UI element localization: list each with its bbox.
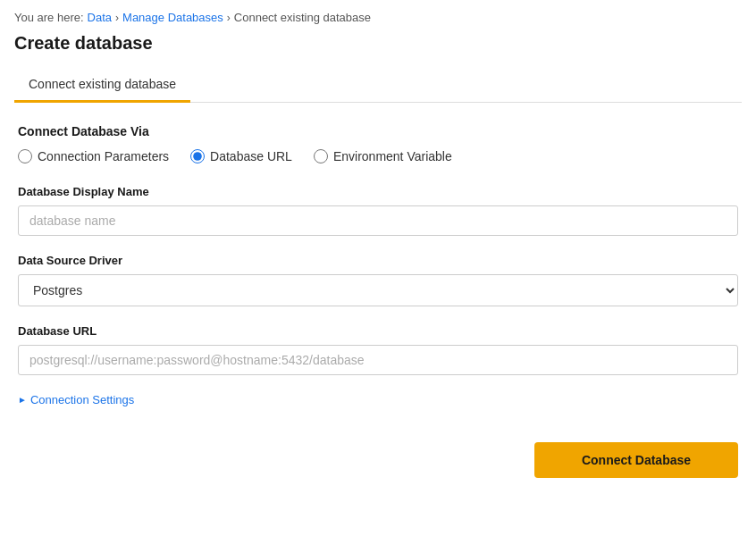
radio-database-url[interactable]: Database URL — [190, 149, 292, 163]
radio-group: Connection Parameters Database URL Envir… — [18, 149, 738, 163]
page-title: Create database — [14, 33, 742, 54]
connection-settings-label: Connection Settings — [30, 393, 134, 406]
breadcrumb: You are here: Data › Manage Databases › … — [14, 11, 742, 24]
radio-env-input[interactable] — [314, 149, 328, 163]
radio-connection-params[interactable]: Connection Parameters — [18, 149, 169, 163]
breadcrumb-sep-2: › — [227, 12, 231, 24]
url-label: Database URL — [18, 324, 738, 338]
connect-database-button[interactable]: Connect Database — [534, 442, 738, 478]
page-container: You are here: Data › Manage Databases › … — [0, 0, 756, 496]
url-input[interactable] — [18, 345, 738, 375]
url-field: Database URL — [18, 324, 738, 375]
breadcrumb-manage-link[interactable]: Manage Databases — [122, 11, 223, 24]
radio-env-variable[interactable]: Environment Variable — [314, 149, 452, 163]
radio-url-input[interactable] — [190, 149, 205, 163]
tabs-container: Connect existing database — [14, 68, 742, 103]
breadcrumb-current: Connect existing database — [234, 11, 371, 24]
display-name-label: Database Display Name — [18, 185, 738, 198]
connect-via-label: Connect Database Via — [18, 124, 738, 138]
breadcrumb-data-link[interactable]: Data — [88, 11, 112, 24]
connection-settings-toggle[interactable]: ► Connection Settings — [18, 393, 738, 406]
display-name-field: Database Display Name — [18, 185, 738, 236]
chevron-right-icon: ► — [18, 395, 27, 405]
driver-select[interactable]: Postgres MySQL SQLite MSSQL BigQuery — [18, 274, 738, 306]
breadcrumb-prefix: You are here: — [14, 11, 84, 24]
display-name-input[interactable] — [18, 205, 738, 236]
driver-field: Data Source Driver Postgres MySQL SQLite… — [18, 254, 738, 306]
form-section: Connect Database Via Connection Paramete… — [14, 124, 742, 406]
breadcrumb-sep-1: › — [115, 12, 119, 24]
tab-connect-existing[interactable]: Connect existing database — [14, 68, 190, 103]
radio-params-input[interactable] — [18, 149, 32, 163]
driver-label: Data Source Driver — [18, 254, 738, 267]
footer-actions: Connect Database — [14, 442, 742, 478]
